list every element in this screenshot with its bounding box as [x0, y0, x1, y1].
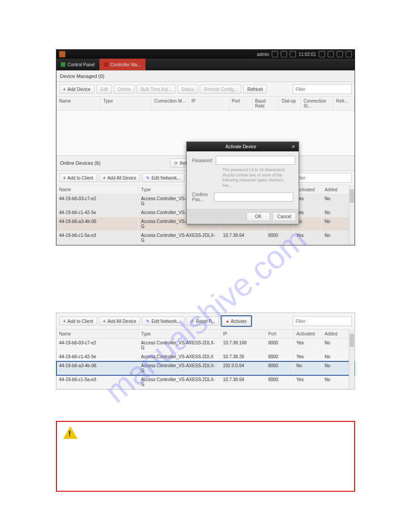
edit-network-button[interactable]: ✎Edit Network...	[142, 317, 184, 326]
cell-port: 8000	[265, 352, 294, 361]
cell-added: No	[322, 194, 350, 208]
close-icon[interactable]	[346, 51, 352, 57]
dialog-titlebar: Activate Device ✕	[187, 142, 299, 151]
cell-name: 44-19-b6-a3-4b-06	[56, 361, 138, 375]
ocol-ip[interactable]: IP	[220, 330, 265, 338]
scroll-thumb[interactable]	[350, 334, 354, 347]
titlebar: admin 11:02:01	[56, 50, 355, 59]
plus-icon: +	[63, 87, 66, 92]
ocol-port[interactable]: Port	[265, 330, 294, 338]
remote-config-button[interactable]: Remote Config...	[200, 85, 241, 94]
cell-type: Access Controller_VS-AXESS-2DLX-G	[138, 361, 220, 375]
btn-label: Add All Device	[107, 176, 136, 180]
reset-password-button[interactable]: ↺Reset P...	[186, 317, 219, 326]
managed-grid-header: Name Type Connection M... IP Port Baud R…	[56, 96, 355, 111]
edit-network-button[interactable]: ✎Edit Network...	[142, 173, 184, 182]
ocol-added[interactable]: Added	[322, 185, 350, 194]
activate-button[interactable]: ●Activate	[222, 317, 251, 326]
table-row[interactable]: 44-19-b6-c1-42-5e Access Controller_VS-A…	[56, 352, 355, 361]
tab-controller-management[interactable]: Controller Ma...	[99, 59, 146, 70]
bulk-time-button[interactable]: Bulk Time Adj...	[137, 85, 176, 94]
globe-icon[interactable]	[272, 51, 278, 57]
screen-icon[interactable]	[281, 51, 287, 57]
warning-box	[56, 421, 355, 492]
cell-ip: 10.7.38.64	[220, 375, 265, 389]
add-all-device-button[interactable]: +Add All Device	[99, 317, 140, 326]
ocol-name[interactable]: Name	[56, 185, 138, 194]
ocol-type[interactable]: Type	[138, 330, 220, 338]
controller-icon	[104, 62, 108, 67]
cell-type: Access Controller_VS-AXESS-2DLX-G	[138, 339, 220, 352]
col-name[interactable]: Name	[56, 97, 101, 110]
tab-label: Controller Ma...	[111, 62, 141, 67]
reset-icon: ↺	[190, 319, 194, 324]
online-grid-header: Name Type IP Port Activated Added	[56, 329, 355, 339]
cell-port: 8000	[265, 339, 294, 352]
col-conn-status[interactable]: Connection St...	[301, 97, 334, 110]
activate-highlight: ●Activate	[221, 315, 252, 327]
cell-ip: 10.7.38.26	[220, 352, 265, 361]
scrollbar[interactable]	[349, 329, 355, 389]
edit-icon: ✎	[146, 176, 150, 180]
cell-added: No	[322, 339, 350, 352]
online-toolbar-2: +Add to Client +Add All Device ✎Edit Net…	[56, 313, 355, 329]
titlebar-user: admin	[257, 52, 269, 57]
table-row[interactable]: 44-19-b6-c1-5a-e3 Access Controller_VS-A…	[56, 375, 355, 389]
cell-ip: 10.7.38.64	[220, 231, 265, 245]
cell-added: No	[322, 217, 350, 231]
confirm-password-input[interactable]	[214, 193, 293, 202]
activate-device-dialog: Activate Device ✕ Password: The password…	[186, 142, 299, 224]
delete-button[interactable]: Delete	[114, 85, 135, 94]
scrollbar[interactable]	[349, 185, 355, 245]
col-ip[interactable]: IP	[189, 97, 229, 110]
ocol-name[interactable]: Name	[56, 330, 138, 338]
cell-added: No	[322, 208, 350, 217]
add-to-client-button[interactable]: +Add to Client	[59, 173, 97, 182]
cell-added: No	[322, 352, 350, 361]
lock-icon[interactable]	[319, 51, 325, 57]
add-all-device-button[interactable]: +Add All Device	[99, 173, 140, 182]
refresh-button[interactable]: Refresh	[243, 85, 267, 94]
app-logo-icon	[59, 51, 65, 57]
cell-name: 44-19-b6-03-c7-e2	[56, 194, 138, 208]
table-row[interactable]: 44-19-b6-03-c7-e2 Access Controller_VS-A…	[56, 339, 355, 352]
cell-activated: No	[294, 361, 322, 375]
col-baud[interactable]: Baud Rate	[253, 97, 279, 110]
btn-label: Edit Network...	[151, 176, 180, 180]
add-to-client-button[interactable]: +Add to Client	[59, 317, 97, 326]
minimize-icon[interactable]	[328, 51, 334, 57]
table-row-highlighted[interactable]: 44-19-b6-a3-4b-06 Access Controller_VS-A…	[56, 361, 355, 375]
online-filter-input[interactable]	[293, 173, 352, 183]
btn-label: Add Device	[68, 87, 90, 92]
scroll-thumb[interactable]	[350, 189, 354, 203]
col-connection-mode[interactable]: Connection M...	[151, 97, 188, 110]
col-dialup[interactable]: Dial-up	[279, 97, 301, 110]
managed-filter-input[interactable]	[293, 84, 352, 94]
password-label: Password:	[192, 158, 213, 163]
cell-type: Access Controller_VS-AXESS-2DLX	[138, 352, 220, 361]
col-type[interactable]: Type	[101, 97, 152, 110]
btn-label: Reset P...	[196, 319, 215, 324]
cancel-button[interactable]: Cancel	[273, 212, 296, 221]
ocol-added[interactable]: Added	[322, 330, 350, 338]
warning-icon	[63, 426, 77, 439]
btn-label: Activate	[231, 319, 247, 324]
ok-button[interactable]: OK	[247, 212, 270, 221]
col-port[interactable]: Port	[229, 97, 253, 110]
edit-button[interactable]: Edit	[96, 85, 112, 94]
dialog-close-icon[interactable]: ✕	[291, 144, 295, 149]
add-device-button[interactable]: +Add Device	[59, 85, 94, 94]
status-button[interactable]: Status	[177, 85, 198, 94]
calendar-icon[interactable]	[290, 51, 296, 57]
col-refresh[interactable]: Refr...	[334, 97, 355, 110]
password-input[interactable]	[216, 156, 295, 165]
ocol-activated[interactable]: Activated	[294, 330, 322, 338]
online-filter-input[interactable]	[293, 316, 352, 326]
cell-added: No	[322, 231, 350, 245]
tab-control-panel[interactable]: Control Panel	[56, 59, 99, 70]
cell-name: 44-19-b6-c1-42-5e	[56, 208, 138, 217]
maximize-icon[interactable]	[337, 51, 343, 57]
cell-name: 44-19-b6-c1-5a-e3	[56, 231, 138, 245]
table-row[interactable]: 44-19-b6-c1-5a-e3 Access Controller_VS-A…	[56, 231, 355, 245]
btn-label: Add to Client	[68, 319, 93, 324]
